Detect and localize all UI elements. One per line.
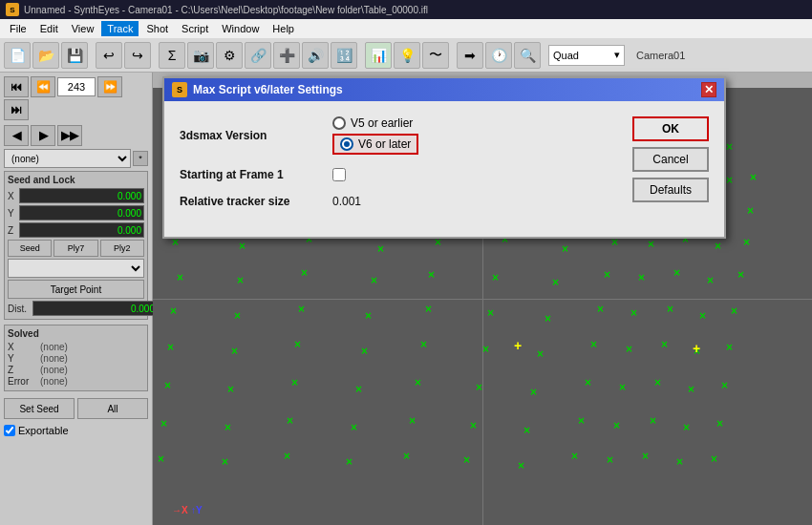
dialog-fields: 3dsmax Version V5 or earlier V6 or later: [180, 116, 613, 221]
v6-radio-option[interactable]: V6 or later: [332, 134, 418, 155]
dialog-close-button[interactable]: ✕: [701, 82, 716, 97]
dialog-icon: S: [172, 82, 187, 97]
frame-field-row: Starting at Frame 1: [180, 168, 613, 181]
version-label: 3dsmax Version: [180, 129, 332, 142]
defaults-button[interactable]: Defaults: [632, 178, 709, 202]
v6-radio-inner: [344, 141, 350, 147]
v5-radio-btn[interactable]: [332, 116, 346, 130]
tracker-label: Relative tracker size: [180, 195, 332, 208]
cancel-button[interactable]: Cancel: [632, 147, 709, 172]
dialog-title-text: Max Script v6/later Settings: [193, 83, 343, 96]
tracker-field-row: Relative tracker size 0.001: [180, 195, 613, 208]
version-field-row: 3dsmax Version V5 or earlier V6 or later: [180, 116, 613, 155]
v5-label: V5 or earlier: [351, 116, 413, 130]
dialog-title-bar: S Max Script v6/later Settings ✕: [164, 78, 724, 101]
ok-button[interactable]: OK: [632, 116, 709, 141]
tracker-value: 0.001: [332, 195, 361, 208]
dialog-buttons: OK Cancel Defaults: [632, 116, 709, 221]
v6-radio-btn[interactable]: [340, 137, 353, 151]
v6-label: V6 or later: [358, 137, 411, 151]
frame-label: Starting at Frame 1: [180, 168, 332, 181]
v5-radio-option[interactable]: V5 or earlier: [332, 116, 418, 130]
dialog-body: 3dsmax Version V5 or earlier V6 or later: [164, 101, 724, 237]
version-radio-group: V5 or earlier V6 or later: [332, 116, 418, 155]
settings-dialog: S Max Script v6/later Settings ✕ 3dsmax …: [162, 76, 726, 239]
frame-checkbox[interactable]: [332, 168, 346, 181]
dialog-overlay: S Max Script v6/later Settings ✕ 3dsmax …: [0, 0, 812, 525]
